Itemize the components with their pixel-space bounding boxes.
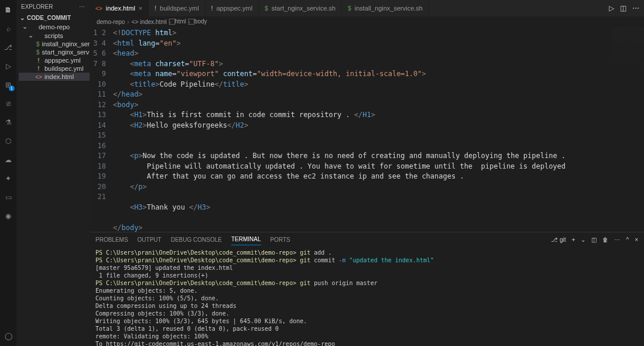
trash-icon[interactable]: 🗑	[602, 237, 608, 243]
folder-section[interactable]: ⌄CODE_COMMIT	[16, 13, 90, 22]
code-area[interactable]: <!DOCTYPE html> <html lang="en"> <head> …	[113, 27, 644, 232]
tree-item[interactable]: !appspec.yml	[19, 56, 90, 64]
tree-item[interactable]: ⌄scripts	[19, 31, 90, 40]
split-terminal-icon[interactable]: ◫	[591, 237, 597, 243]
run-debug-icon[interactable]: ▷	[3, 61, 13, 71]
panel-tab[interactable]: PORTS	[270, 234, 290, 245]
play-icon[interactable]: ▷	[609, 4, 614, 12]
terminal-dropdown-icon[interactable]: ⌄	[581, 237, 585, 243]
breadcrumb[interactable]: demo-repo›<> index.html›⃞ html›⃞ body	[90, 16, 644, 27]
bottom-panel: PROBLEMSOUTPUTDEBUG CONSOLETERMINALPORTS…	[90, 232, 644, 346]
terminal[interactable]: PS C:\Users\prani\OneDrive\Desktop\code_…	[90, 246, 644, 346]
close-icon[interactable]: ×	[139, 5, 142, 12]
extensions-icon[interactable]: ⊞1	[3, 80, 13, 90]
tree-item[interactable]: !buildspec.yml	[19, 64, 90, 73]
panel-tab[interactable]: DEBUG CONSOLE	[171, 234, 222, 245]
close-panel-icon[interactable]: ×	[635, 237, 638, 243]
sidebar-header: EXPLORER ⋯	[16, 0, 90, 13]
tree-item[interactable]: <>index.html	[19, 73, 90, 81]
panel-tab[interactable]: TERMINAL	[231, 234, 261, 245]
editor-tab[interactable]: $start_nginx_service.sh	[259, 0, 342, 16]
tree-item[interactable]: ⌄demo-repo	[19, 22, 90, 31]
explorer-title: EXPLORER	[21, 4, 53, 10]
tree-item[interactable]: $install_nginx_service.sh	[19, 40, 90, 48]
generic-icon-2[interactable]: ☁	[3, 155, 13, 165]
more-icon[interactable]: ⋯	[632, 4, 639, 12]
overflow-icon[interactable]: ⋯	[614, 237, 620, 243]
minimap[interactable]	[612, 27, 644, 232]
panel-tab[interactable]: PROBLEMS	[95, 234, 128, 245]
tree-item[interactable]: $start_nginx_service.sh	[19, 48, 90, 56]
explorer-icon[interactable]: 🗎	[3, 5, 13, 15]
activity-bar: 🗎 ⌕ ⎇ ▷ ⊞1 ⎚ ⚗ ⬡ ☁ ✦ ▭ ◉ ◯	[0, 0, 16, 346]
generic-icon-4[interactable]: ▭	[3, 192, 13, 203]
split-icon[interactable]: ◫	[620, 4, 626, 12]
file-tree: ⌄demo-repo⌄scripts$install_nginx_service…	[16, 22, 90, 346]
editor-tab[interactable]: !buildspec.yml	[149, 0, 205, 16]
account-icon[interactable]: ◯	[3, 331, 13, 341]
new-terminal-icon[interactable]: +	[572, 237, 576, 243]
line-gutter: 1 2 3 4 5 6 7 8 9 10 11 12 13 14 15 16 1…	[90, 27, 113, 232]
remote-icon[interactable]: ⎚	[3, 98, 13, 109]
editor-tab[interactable]: $install_nginx_service.sh	[342, 0, 429, 16]
panel-tabs: PROBLEMSOUTPUTDEBUG CONSOLETERMINALPORTS…	[90, 232, 644, 246]
source-control-icon[interactable]: ⎇	[3, 42, 13, 53]
sidebar-more-icon[interactable]: ⋯	[79, 4, 85, 10]
editor[interactable]: 1 2 3 4 5 6 7 8 9 10 11 12 13 14 15 16 1…	[90, 27, 644, 232]
panel-tab[interactable]: OUTPUT	[138, 234, 162, 245]
search-icon[interactable]: ⌕	[3, 23, 13, 34]
sidebar: EXPLORER ⋯ ⌄CODE_COMMIT ⌄demo-repo⌄scrip…	[16, 0, 90, 346]
editor-tab[interactable]: !appspec.yml	[205, 0, 259, 16]
generic-icon-5[interactable]: ◉	[3, 211, 13, 221]
main-area: <>index.html×!buildspec.yml!appspec.yml$…	[90, 0, 644, 346]
editor-tab[interactable]: <>index.html×	[90, 0, 149, 16]
collapse-icon[interactable]: ^	[626, 237, 629, 243]
generic-icon-3[interactable]: ✦	[3, 173, 13, 184]
editor-tabs: <>index.html×!buildspec.yml!appspec.yml$…	[90, 0, 644, 16]
test-icon[interactable]: ⚗	[3, 117, 13, 128]
generic-icon-1[interactable]: ⬡	[3, 136, 13, 146]
terminal-profile[interactable]: ⎇ git	[551, 237, 566, 243]
